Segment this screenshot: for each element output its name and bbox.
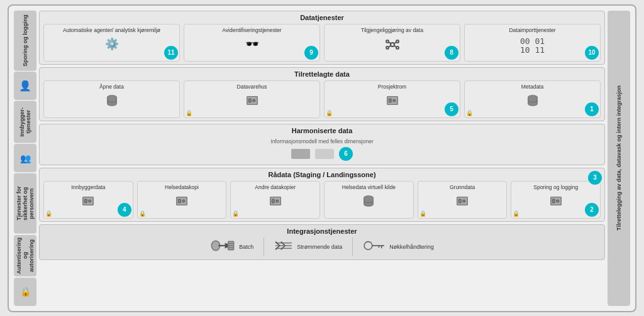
center-content: Datatjenester Automatiske agenter/ analy…	[39, 11, 605, 306]
badge-3-container: 3	[588, 171, 602, 185]
server-lock-icon-5	[269, 194, 282, 211]
svg-point-25	[276, 200, 279, 202]
key-label: Nøkkelhåndtering	[389, 244, 434, 250]
lock-icon-2: 🔒	[326, 110, 333, 116]
stream-label: Strømmende data	[297, 244, 342, 250]
divider-2	[352, 237, 353, 256]
badge-2: 2	[585, 203, 599, 217]
rect-icon-2	[315, 149, 334, 159]
item-sporing-logging: Sporing og logging 🔒 2	[511, 181, 601, 219]
svg-point-2	[396, 40, 399, 43]
tilrettelagte-items: Åpne data Datavarehus	[43, 80, 601, 118]
item-avidentifisering-label: Avidentifiseringstjenester	[222, 27, 281, 33]
db-icon-1	[105, 94, 119, 111]
tilrettelagte-title: Tilrettelagte data	[43, 70, 601, 78]
item-helsedatakopi: Helsedatakopi 🔒	[137, 181, 227, 219]
server-lock-icon-6	[455, 194, 469, 211]
item-tilgjengeliggjoring-label: Tilgjengeliggjøring av data	[361, 27, 423, 33]
item-apne-label: Åpne data	[99, 84, 124, 90]
badge-5: 5	[445, 102, 458, 116]
right-sidebar: Tilrettelegging av data, datavask og int…	[608, 11, 630, 306]
harmoniserte-title: Harmoniserte data	[43, 127, 601, 134]
left-icon-person: 👤	[14, 72, 36, 100]
svg-line-5	[389, 42, 391, 44]
tilrettelagte-section: Tilrettelagte data Åpne data	[39, 67, 605, 121]
outer-wrapper: Sporing og logging 👤 Innbygger-tjenester…	[14, 11, 630, 306]
svg-rect-21	[179, 199, 181, 203]
svg-point-1	[386, 40, 389, 43]
svg-rect-18	[85, 199, 87, 203]
svg-point-4	[396, 46, 399, 49]
item-metadata: Metadata 🔒 1	[464, 80, 601, 118]
main-container: Sporing og logging 👤 Innbygger-tjenester…	[8, 4, 636, 312]
item-apne: Åpne data	[43, 80, 180, 118]
lock-icon-3: 🔒	[466, 110, 473, 116]
integrasjon-items: Batch Strømm	[43, 237, 601, 257]
badge-10: 10	[585, 46, 599, 60]
gear-icon: ⚙️	[105, 37, 119, 51]
batch-icon	[210, 239, 235, 256]
item-grunndata-label: Grunndata	[450, 184, 475, 190]
network-icon	[385, 37, 400, 55]
item-sporing-logging-label: Sporing og logging	[533, 184, 578, 190]
key-icon	[363, 239, 386, 256]
svg-point-19	[89, 200, 91, 202]
item-helsedata-virtuell-label: Helsedata virtuell kilde	[342, 184, 396, 190]
svg-line-8	[394, 45, 396, 47]
item-andre-datakopier: Andre datakopier 🔒	[230, 181, 320, 219]
svg-rect-28	[459, 199, 462, 203]
lock-icon-7: 🔒	[419, 210, 426, 217]
item-dataimport-label: Dataimporttjenester	[509, 27, 555, 33]
db-icon-2	[526, 94, 540, 111]
integ-key: Nøkkelhåndtering	[358, 237, 439, 257]
harmoniserte-icons: 6	[291, 147, 353, 161]
badge-3: 3	[588, 171, 602, 185]
integ-batch: Batch	[205, 237, 258, 257]
svg-point-15	[392, 99, 395, 102]
svg-rect-11	[248, 99, 251, 102]
integrasjon-section: Integrasjonstjenester	[39, 224, 605, 260]
svg-point-43	[364, 241, 372, 249]
db-icon-3	[362, 194, 375, 211]
item-avidentifisering: Avidentifiseringstjenester 🕶️ 9	[184, 24, 320, 62]
item-datavarehus-label: Datavarehus	[236, 84, 267, 90]
batch-label: Batch	[239, 244, 253, 250]
item-datavarehus: Datavarehus 🔒	[184, 80, 320, 118]
badge-11: 11	[164, 46, 178, 60]
left-sidebar: Sporing og logging 👤 Innbygger-tjenester…	[14, 11, 36, 306]
item-innbyggerdata: Innbyggerdata 🔒 4	[43, 181, 133, 219]
raadata-items: Innbyggerdata 🔒 4 Helsedatakopi	[43, 181, 601, 219]
item-dataimport: Dataimporttjenester 00 0110 11 10	[464, 24, 601, 62]
server-lock-icon-7	[549, 194, 563, 211]
badge-1: 1	[585, 102, 599, 116]
badge-8: 8	[445, 46, 458, 60]
lock-icon-5: 🔒	[139, 210, 146, 217]
svg-point-22	[182, 200, 185, 202]
left-icon-group: 👥	[14, 144, 36, 172]
badge-4: 4	[118, 203, 131, 217]
integ-stream: Strømmende data	[269, 237, 347, 257]
badge-6: 6	[339, 147, 353, 161]
lock-icon-8: 🔒	[513, 210, 519, 217]
datatjenester-section: Datatjenester Automatiske agenter/ analy…	[39, 11, 605, 65]
server-lock-icon-3	[81, 194, 95, 211]
left-label-sikkerhet: Tjenester for sikkerhet og personvern	[14, 173, 36, 234]
item-andre-datakopier-label: Andre datakopier	[255, 184, 296, 190]
server-lock-icon-4	[175, 194, 189, 211]
left-icon-lock: 🔒	[14, 278, 36, 306]
lock-icon-6: 🔒	[232, 210, 239, 217]
glasses-icon: 🕶️	[245, 37, 259, 51]
lock-icon-4: 🔒	[45, 210, 52, 217]
item-helsedatakopi-label: Helsedatakopi	[165, 184, 199, 190]
svg-point-29	[463, 200, 465, 202]
svg-rect-24	[272, 199, 274, 203]
item-metadata-label: Metadata	[521, 84, 543, 90]
right-sidebar-label: Tilrettelegging av data, datavask og int…	[616, 85, 622, 231]
harmoniserte-section: Harmoniserte data Informasjonsmodell med…	[39, 124, 605, 165]
datatjenester-title: Datatjenester	[43, 14, 601, 21]
raadata-section: Rådata (Staging / Landingssone) Innbygge…	[39, 168, 605, 222]
stream-icon	[274, 239, 293, 256]
svg-rect-31	[552, 199, 555, 203]
left-label-autentisering: Autentisering og autorisering	[14, 235, 36, 276]
svg-line-7	[389, 45, 391, 47]
